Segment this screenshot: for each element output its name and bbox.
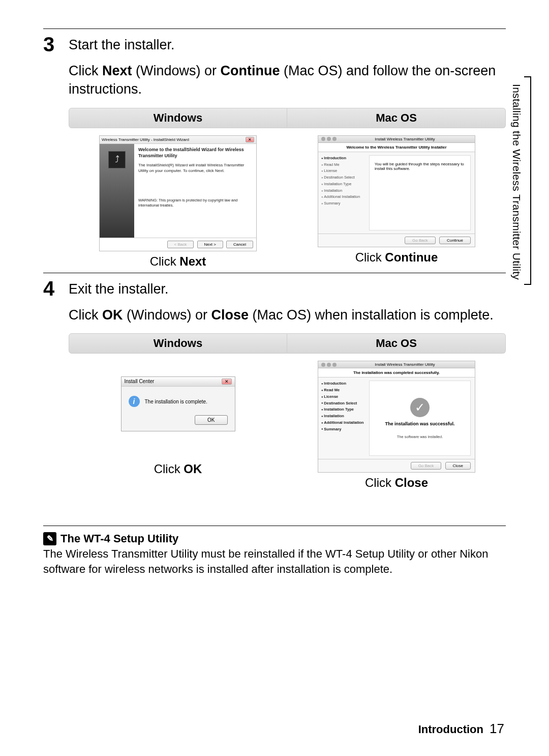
text: Click bbox=[355, 250, 385, 264]
header-windows: Windows bbox=[69, 333, 287, 354]
ok-button[interactable]: OK bbox=[195, 415, 227, 425]
rule-mid bbox=[43, 273, 506, 273]
mac-step-item: Read Me bbox=[321, 387, 366, 394]
step-3-header: 3 Start the installer. bbox=[43, 34, 506, 54]
step-3-title: Start the installer. bbox=[69, 37, 175, 53]
caption-click-next: Click Next bbox=[69, 254, 287, 269]
goback-button[interactable]: Go Back bbox=[405, 237, 436, 244]
traffic-light-icon[interactable] bbox=[321, 363, 325, 367]
mac-step-item: Read Me bbox=[321, 162, 366, 168]
footer-section: Introduction bbox=[418, 723, 483, 736]
side-tab-top bbox=[524, 76, 531, 77]
win-sidebar: ⤴ bbox=[100, 144, 134, 238]
cancel-button[interactable]: Cancel bbox=[226, 241, 253, 248]
traffic-light-icon[interactable] bbox=[332, 363, 337, 367]
header-macos: Mac OS bbox=[287, 333, 506, 354]
mac-step-item: Installation bbox=[321, 413, 366, 420]
rule-top bbox=[43, 28, 506, 29]
step4-os-table: Windows Install Center ✕ i The installat… bbox=[69, 333, 506, 490]
note-title: ✎ The WT-4 Setup Utility bbox=[43, 531, 506, 546]
mac-titlebar: Install Wireless Transmitter Utility bbox=[318, 361, 475, 368]
continue-button[interactable]: Continue bbox=[439, 237, 471, 244]
next-button[interactable]: Next > bbox=[197, 241, 223, 248]
bold-continue: Continue bbox=[221, 63, 280, 78]
step-4-number: 4 bbox=[43, 278, 69, 299]
mac-title-text: Install Wireless Transmitter Utility bbox=[338, 362, 472, 367]
note-box: ✎ The WT-4 Setup Utility The Wireless Tr… bbox=[43, 526, 506, 576]
info-icon: i bbox=[129, 396, 140, 407]
traffic-light-icon[interactable] bbox=[321, 137, 325, 141]
dlg-title-text: Install Center bbox=[125, 379, 155, 385]
caption-click-ok: Click OK bbox=[69, 462, 287, 476]
installer-icon: ⤴ bbox=[108, 151, 126, 168]
text: Click bbox=[69, 63, 102, 78]
mac-body-text: You will be guided through the steps nec… bbox=[375, 162, 465, 171]
windows-installer-screenshot: Wireless Transmitter Utility - InstallSh… bbox=[99, 135, 257, 251]
text: (Windows) or bbox=[123, 307, 211, 323]
header-macos: Mac OS bbox=[287, 108, 506, 128]
caption-click-continue: Click Continue bbox=[287, 250, 506, 265]
mac-step-item: Destination Select bbox=[321, 175, 366, 181]
caption-click-close: Click Close bbox=[287, 476, 506, 490]
bold-ok: OK bbox=[102, 307, 123, 323]
mac-step-item: Additional Installation bbox=[321, 194, 366, 200]
page-footer: Introduction 17 bbox=[418, 721, 504, 737]
footer-page: 17 bbox=[490, 721, 504, 736]
win-titlebar: Wireless Transmitter Utility - InstallSh… bbox=[100, 136, 256, 144]
step3-os-table: Windows Wireless Transmitter Utility - I… bbox=[69, 108, 506, 269]
check-icon: ✓ bbox=[410, 398, 430, 417]
back-button[interactable]: < Back bbox=[167, 241, 194, 248]
win-heading: Welcome to the InstallShield Wizard for … bbox=[138, 147, 252, 159]
step-3-body: Click Next (Windows) or Continue (Mac OS… bbox=[69, 62, 506, 99]
mac-success-title: The installation was successful. bbox=[385, 421, 454, 426]
bold: OK bbox=[184, 462, 202, 476]
bold-next: Next bbox=[102, 63, 132, 78]
side-tab-label: Installing the Wireless Transmitter Util… bbox=[510, 84, 523, 280]
close-icon[interactable]: ✕ bbox=[222, 379, 232, 385]
mac-step-list: Introduction Read Me License Destination… bbox=[318, 377, 369, 459]
mac-step-item: Installation Type bbox=[321, 406, 366, 413]
dlg-body-text: The installation is complete. bbox=[145, 399, 207, 404]
mac-step-item: Installation Type bbox=[321, 181, 366, 188]
mac-step-list: Introduction Read Me License Destination… bbox=[318, 152, 369, 234]
bold: Close bbox=[395, 476, 428, 489]
mac-step-item: Installation bbox=[321, 188, 366, 194]
mac-step-item: Introduction bbox=[321, 155, 366, 162]
step-4-body: Click OK (Windows) or Close (Mac OS) whe… bbox=[69, 306, 506, 324]
win-warning: WARNING: This program is protected by co… bbox=[138, 198, 252, 208]
text: Click bbox=[154, 462, 184, 476]
pencil-icon: ✎ bbox=[43, 532, 56, 545]
mac-step-item: License bbox=[321, 394, 366, 400]
close-icon[interactable]: ✕ bbox=[246, 137, 254, 142]
mac-step-item: Destination Select bbox=[321, 400, 366, 407]
mac-step-item: Additional Installation bbox=[321, 420, 366, 426]
mac-success-sub: The software was installed. bbox=[397, 434, 443, 439]
mac-titlebar: Install Wireless Transmitter Utility bbox=[318, 136, 475, 143]
mac-banner: The installation was completed successfu… bbox=[318, 368, 475, 377]
close-button[interactable]: Close bbox=[445, 462, 471, 470]
bold-close: Close bbox=[211, 307, 249, 323]
mac-step-item: License bbox=[321, 168, 366, 175]
traffic-light-icon[interactable] bbox=[327, 137, 331, 141]
step-4-header: 4 Exit the installer. bbox=[43, 278, 506, 299]
text: (Mac OS) when installation is complete. bbox=[249, 307, 494, 323]
mac-step-item: Summary bbox=[321, 200, 366, 207]
traffic-light-icon[interactable] bbox=[332, 137, 337, 141]
note-title-text: The WT-4 Setup Utility bbox=[60, 531, 178, 546]
mac-step-item: Introduction bbox=[321, 381, 366, 387]
header-windows: Windows bbox=[69, 108, 287, 128]
side-tab-line bbox=[530, 76, 531, 285]
win-body-text: The InstallShield(R) Wizard will install… bbox=[138, 163, 252, 173]
mac-title-text: Install Wireless Transmitter Utility bbox=[338, 137, 472, 141]
traffic-light-icon[interactable] bbox=[327, 363, 331, 367]
windows-complete-dialog: Install Center ✕ i The installation is c… bbox=[121, 376, 235, 431]
text: Click bbox=[150, 254, 180, 268]
bold: Next bbox=[179, 254, 206, 268]
text: Click bbox=[365, 476, 395, 489]
mac-installer-screenshot: Install Wireless Transmitter Utility Wel… bbox=[318, 135, 475, 247]
mac-step-item: Summary bbox=[321, 426, 366, 433]
step-4-title: Exit the installer. bbox=[69, 281, 169, 297]
side-tab-bottom bbox=[524, 284, 531, 285]
win-title-text: Wireless Transmitter Utility - InstallSh… bbox=[102, 137, 189, 142]
goback-button[interactable]: Go Back bbox=[411, 462, 442, 470]
